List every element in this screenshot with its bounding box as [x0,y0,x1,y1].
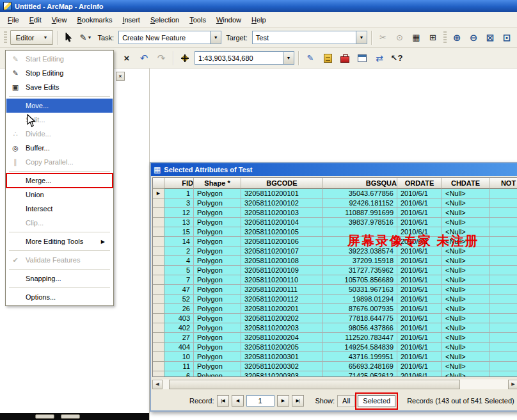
row-selector[interactable] [153,208,164,218]
cell[interactable]: 19898.01294 [323,295,397,304]
cell[interactable]: Polygon [194,285,241,295]
cell[interactable]: Polygon [194,371,241,377]
menu-item-tools[interactable]: Tools [184,13,211,26]
cell[interactable]: Polygon [194,198,241,208]
zoom-in-button[interactable]: ⊕ [449,30,465,45]
editor-menu-item-merge[interactable]: Merge... [6,174,113,188]
cell[interactable]: 2010/6/1 [397,314,442,323]
cell[interactable]: 43716.199951 [323,352,397,362]
title-bar[interactable]: Untitled - ArcMap - ArcInfo [0,0,517,12]
scrollbar-thumb[interactable] [169,380,460,389]
cell[interactable]: 47 [164,285,194,295]
toolbar-grip[interactable] [4,31,7,44]
cell[interactable]: 2 [164,246,194,256]
cell[interactable]: 11 [164,362,194,371]
menu-item-selection[interactable]: Selection [145,13,184,26]
cell[interactable]: 37209.15918 [323,256,397,266]
cell[interactable] [489,237,517,246]
cell[interactable]: 32058110200112 [241,295,323,304]
scroll-right-button[interactable]: ▶ [508,380,517,389]
column-header-not[interactable]: NOT [489,178,517,189]
cell[interactable]: Polygon [194,362,241,371]
column-header-chdate[interactable]: CHDATE [442,178,489,189]
toc-tab-button[interactable] [61,414,80,419]
cell[interactable]: 5 [164,266,194,275]
cell[interactable]: <Null> [442,295,489,304]
cell[interactable]: 32058110200303 [241,371,323,377]
table-row[interactable]: 10Polygon3205811020030143716.1999512010/… [153,352,517,362]
editor-menu-item-more-editing-tools[interactable]: More Editing Tools▶ [6,234,113,248]
cell[interactable]: 2010/6/1 [397,304,442,314]
cell[interactable]: 3 [164,198,194,208]
cell[interactable]: 32058110200103 [241,208,323,218]
cell[interactable]: 32058110200101 [241,189,323,198]
cell[interactable]: 1 [164,189,194,198]
cell[interactable]: <Null> [442,256,489,266]
editor-menu-item-union[interactable]: Union [6,188,113,202]
fixed-zoom-out-button[interactable]: ⊡ [499,30,514,45]
cell[interactable]: 32058110200201 [241,304,323,314]
cell[interactable]: Polygon [194,295,241,304]
cell[interactable]: 32058110200104 [241,218,323,227]
cell[interactable]: 52 [164,295,194,304]
cell[interactable]: 32058110200108 [241,256,323,266]
cell[interactable]: 4 [164,256,194,266]
table-row[interactable]: 7Polygon32058110200110105705.8566892010/… [153,275,517,285]
cell[interactable]: 6 [164,371,194,377]
delete-button[interactable]: × [119,51,134,66]
editor-menu-item-options[interactable]: Options... [6,290,113,304]
row-selector[interactable] [153,218,164,227]
column-header-fid[interactable]: FID [164,178,194,189]
undo-button[interactable]: ↶ [136,51,152,66]
cell[interactable]: 2010/6/1 [397,362,442,371]
cell[interactable] [489,295,517,304]
cell[interactable]: Polygon [194,314,241,323]
table-row[interactable]: 6Polygon3205811020030371425.0526122010/6… [153,371,517,377]
table-row[interactable]: ▶1Polygon3205811020010135043.6778562010/… [153,189,517,198]
cell[interactable]: 2010/6/1 [397,266,442,275]
table-row[interactable]: 11Polygon3205811020030265693.2481692010/… [153,362,517,371]
zoom-out-button[interactable]: ⊖ [466,30,481,45]
cell[interactable]: <Null> [442,371,489,377]
menu-item-window[interactable]: Window [211,13,246,26]
editor-menu-item-move[interactable]: Move... [6,99,113,113]
editor-menu-item-buffer[interactable]: ◎Buffer... [6,141,113,155]
cell[interactable]: 65693.248169 [323,362,397,371]
cell[interactable]: 403 [164,314,194,323]
cell[interactable]: 2010/6/1 [397,371,442,377]
cell[interactable] [489,371,517,377]
cell[interactable] [489,362,517,371]
cell[interactable]: <Null> [442,189,489,198]
row-selector[interactable] [153,227,164,237]
scrollbar-track[interactable] [163,380,508,389]
row-selector[interactable] [153,352,164,362]
next-record-button[interactable]: ▶ [277,395,289,407]
cell[interactable]: <Null> [442,333,489,343]
table-row[interactable]: 404Polygon32058110200205149254.584839201… [153,343,517,352]
panel-close-button[interactable]: × [116,72,125,81]
cell[interactable]: Polygon [194,246,241,256]
editor-menu-item-stop-editing[interactable]: ✎Stop Editing [6,66,113,80]
table-row[interactable]: 5Polygon3205811020010931727.7359622010/6… [153,266,517,275]
row-selector[interactable] [153,275,164,285]
cell[interactable]: Polygon [194,218,241,227]
table-row[interactable]: 402Polygon3205811020020398056.4378662010… [153,323,517,333]
cell[interactable]: 32058110200106 [241,237,323,246]
add-data-button[interactable] [177,51,193,66]
row-selector[interactable] [153,304,164,314]
scroll-left-button[interactable]: ◀ [152,380,163,389]
dropdown-arrow-icon[interactable]: ▼ [356,31,367,44]
cell[interactable]: 77818.644775 [323,314,397,323]
cell[interactable]: 98056.437866 [323,323,397,333]
cell[interactable]: 13 [164,218,194,227]
first-record-button[interactable]: |◀ [217,395,229,407]
cell[interactable]: 31727.735962 [323,266,397,275]
cell[interactable]: 32058110200205 [241,343,323,352]
cell[interactable]: 32058110200204 [241,333,323,343]
cell[interactable]: Polygon [194,333,241,343]
cell[interactable] [489,227,517,237]
cell[interactable]: 39837.978516 [323,218,397,227]
cell[interactable] [489,343,517,352]
edit-tool-button[interactable] [61,30,76,45]
cell[interactable]: <Null> [442,218,489,227]
